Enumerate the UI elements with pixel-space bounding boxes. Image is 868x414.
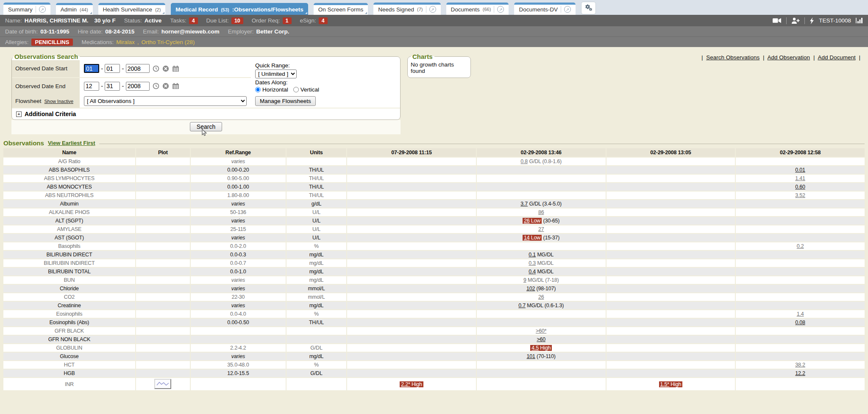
obs-refrange-cell: 0.00-0.50 [191,319,286,326]
start-year-input[interactable] [126,64,150,73]
clear-date-icon[interactable] [162,65,169,72]
obs-value-link[interactable]: 1.41 [795,175,805,181]
obs-value-cell [477,183,606,191]
add-observation-link[interactable]: Add Observation [768,54,810,61]
obs-value-link[interactable]: 38.2 [795,362,805,368]
obs-value-link[interactable]: 86 [538,209,544,215]
obs-refrange-cell: 0.00-1.00 [191,183,286,191]
obs-value-link[interactable]: 14 [524,235,530,241]
tab-needs-signed[interactable]: Needs Signed (7) ↗ [373,3,440,15]
obs-value-link[interactable]: 9 [523,277,526,283]
obs-value-link[interactable]: 0.60 [795,184,805,190]
obs-value-link[interactable]: 0.08 [795,320,805,325]
start-month-input[interactable] [84,64,99,73]
clear-date-icon[interactable] [162,83,169,89]
obs-value-link[interactable]: 1.4 [797,311,804,317]
obs-value-link[interactable]: 27 [538,226,544,232]
tab-settings-gears-button[interactable] [581,2,596,14]
obs-value-link[interactable]: 0.01 [795,167,805,173]
medication-link[interactable]: Miralax [116,39,135,45]
order-req-group: Order Req: 1 [252,17,292,24]
obs-value-link[interactable]: 0.2 [797,243,804,249]
video-call-icon[interactable] [773,17,782,24]
add-person-icon[interactable] [791,17,800,24]
obs-refrange-cell: varies [191,276,286,284]
obs-value-link[interactable]: 0.4 [529,269,536,275]
obs-value-link[interactable]: 102 [526,286,535,292]
obs-value-link[interactable]: 0.8 [520,158,528,164]
view-earliest-first-link[interactable]: View Earliest First [48,140,95,146]
order-req-count-badge[interactable]: 1 [283,17,292,24]
chart-stats-icon[interactable] [856,17,863,24]
tab-documents-dv[interactable]: Documents-DV ↗ [514,3,576,15]
horizontal-radio[interactable] [255,87,261,92]
obs-value-link[interactable]: 26 [538,294,544,300]
plot-sparkline-button[interactable] [154,379,171,389]
end-day-input[interactable] [105,82,120,91]
obs-value-cell [477,361,606,369]
observation-row: ABS NEUTROPHILS 1.80-8.00 TH/UL 3.52 [3,192,865,199]
additional-criteria-toggle[interactable]: + Additional Criteria [12,108,400,119]
set-time-clock-icon[interactable] [153,83,159,89]
obs-name-cell: GFR BLACK [3,327,135,335]
obs-plot-cell [136,293,190,301]
obs-value-cell [606,336,735,343]
popout-arrow-icon[interactable]: ↗ [564,6,571,13]
set-time-clock-icon[interactable] [153,65,159,72]
observations-header-row: Name Plot Ref.Range Units 07-29-2008 11:… [3,148,865,157]
add-document-link[interactable]: Add Document [818,54,855,61]
expand-plus-icon[interactable]: + [16,111,22,117]
flowsheet-select[interactable]: [ All Observations ] [84,96,247,106]
calendar-picker-icon[interactable] [172,83,179,89]
obs-value-detail: MG/DL [536,260,554,266]
observation-row: ALKALINE PHOS 50-136 U/L 86 [3,208,865,216]
popout-arrow-icon[interactable]: ↗ [429,6,436,13]
observations-search-legend: Observations Search [13,53,80,60]
end-year-input[interactable] [126,82,150,91]
obs-value-link[interactable]: 3.7 [520,201,528,207]
allergy-badge[interactable]: PENICILLINS [31,39,73,46]
tab-admin[interactable]: Admin (44) [56,3,93,15]
obs-value-link[interactable]: 4.5 [531,345,539,351]
tasks-count-badge[interactable]: 4 [189,17,198,24]
medications-group: Medications: Miralax , Ortho Tri-Cyclen … [81,39,195,45]
vertical-radio[interactable] [293,87,299,92]
search-button[interactable]: Search [190,122,222,131]
obs-value-link[interactable]: 3.52 [795,192,805,198]
obs-value-link[interactable]: 2.2* [401,381,410,387]
due-list-count-badge[interactable]: 10 [231,17,243,24]
medication-link[interactable]: Ortho Tri-Cyclen (28) [142,39,195,45]
start-day-input[interactable] [105,64,120,73]
popout-arrow-icon[interactable]: ↗ [497,6,504,13]
tab-documents[interactable]: Documents (66) ↗ [446,3,509,15]
tab-on-screen-forms[interactable]: On Screen Forms [314,3,368,15]
dates-along-vertical-option[interactable]: Vertical [293,86,319,93]
obs-value-link[interactable]: >60* [536,328,546,334]
obs-name-cell: INR [3,378,135,390]
esign-count-badge[interactable]: 4 [319,17,328,24]
end-month-input[interactable] [84,82,99,91]
obs-value-link[interactable]: 0.7 [518,303,526,308]
obs-value-link[interactable]: 101 [527,353,535,359]
quick-action-bolt-icon[interactable] [810,17,814,24]
obs-value-cell [347,302,476,309]
calendar-picker-icon[interactable] [172,65,179,72]
obs-value-link[interactable]: 0.1 [529,252,536,258]
tab-medical-record-active[interactable]: Medical Record (53) :Observations/Flowsh… [171,3,308,15]
tab-health-surveillance[interactable]: Health Surveillance (2) [98,3,166,15]
obs-value-link[interactable]: 1.5* [660,381,669,387]
obs-value-link[interactable]: 0.3 [529,260,536,266]
obs-units-cell: mg/dL [287,259,346,267]
manage-flowsheets-button[interactable]: Manage Flowsheets [255,96,316,106]
quick-range-select[interactable]: [ Unlimited ] [255,69,297,78]
obs-units-cell [287,378,346,390]
obs-value-link[interactable]: 26 [524,218,530,224]
obs-value-cell [477,242,606,250]
show-inactive-link[interactable]: Show Inactive [45,99,73,104]
obs-value-link[interactable]: 12.2 [795,370,805,376]
tab-summary[interactable]: Summary ↗ [3,3,50,15]
search-observations-link[interactable]: Search Observations [706,54,760,61]
obs-value-link[interactable]: >60 [537,336,545,342]
dates-along-horizontal-option[interactable]: Horizontal [255,86,288,93]
popout-arrow-icon[interactable]: ↗ [39,6,46,13]
